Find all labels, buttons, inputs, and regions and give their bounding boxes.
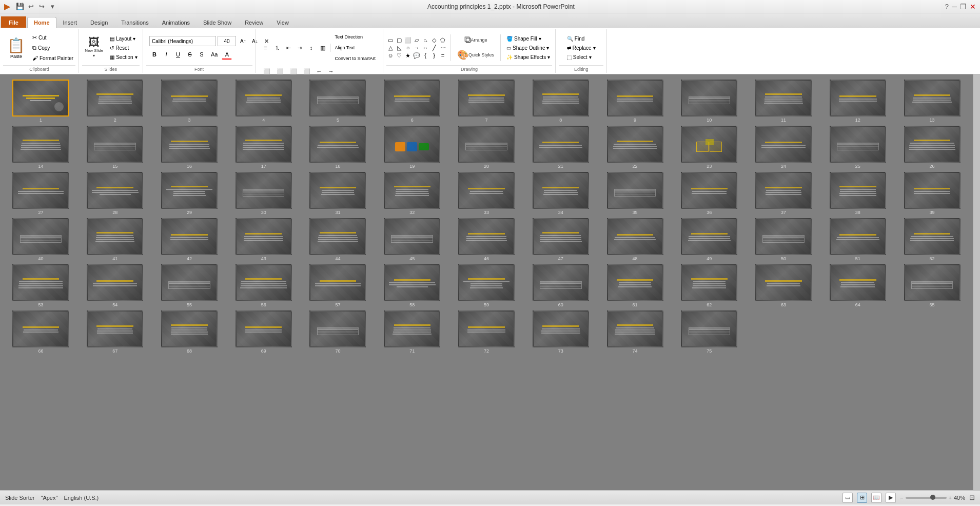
slide-thumb-27[interactable] — [12, 172, 69, 209]
shape-effects-button[interactable]: ✨ Shape Effects ▾ — [504, 53, 552, 61]
numbering-button[interactable]: ⒈ — [272, 43, 283, 53]
slide-thumb-23[interactable] — [681, 126, 737, 163]
slide-item[interactable]: 20 — [451, 126, 522, 169]
slide-thumb-31[interactable] — [309, 172, 366, 209]
slide-thumb-1[interactable] — [12, 80, 69, 116]
slide-item[interactable]: 35 — [599, 172, 671, 215]
slide-thumb-26[interactable] — [904, 126, 961, 163]
tab-insert[interactable]: Insert — [56, 16, 84, 28]
slide-thumb-8[interactable] — [533, 80, 589, 116]
find-button[interactable]: 🔍 Find — [565, 35, 586, 43]
slide-item[interactable]: 53 — [5, 264, 76, 307]
zoom-handle[interactable] — [930, 495, 935, 500]
shape-arrow[interactable]: → — [413, 44, 421, 51]
slide-thumb-44[interactable] — [309, 218, 366, 255]
tab-transitions[interactable]: Transitions — [114, 16, 155, 28]
slide-thumb-6[interactable] — [384, 80, 440, 116]
slide-item[interactable]: 57 — [302, 264, 374, 307]
slide-item[interactable]: 56 — [228, 264, 299, 307]
slide-item[interactable]: 15 — [80, 126, 151, 169]
slide-item[interactable]: 11 — [748, 80, 819, 123]
slide-item[interactable]: 52 — [896, 218, 968, 261]
slide-thumb-55[interactable] — [161, 264, 218, 301]
slide-thumb-39[interactable] — [904, 172, 961, 209]
slide-thumb-3[interactable] — [161, 80, 218, 116]
reset-button[interactable]: ↺ Reset — [108, 44, 139, 52]
slide-thumb-5[interactable] — [309, 80, 366, 116]
shape-more[interactable]: ⋯ — [439, 44, 447, 51]
shape-smiley[interactable]: ☺ — [386, 52, 395, 59]
slide-thumb-40[interactable] — [12, 218, 69, 255]
tab-home[interactable]: Home — [27, 17, 56, 28]
slide-item[interactable]: 1 — [5, 80, 76, 123]
slide-thumb-15[interactable] — [87, 126, 143, 163]
slide-thumb-24[interactable] — [755, 126, 812, 163]
slide-item[interactable]: 58 — [377, 264, 448, 307]
slide-item[interactable]: 70 — [302, 310, 374, 354]
shape-snip-rect[interactable]: ⬜ — [404, 36, 412, 44]
slide-item[interactable]: 24 — [748, 126, 819, 169]
shape-diamond[interactable]: ◇ — [430, 36, 438, 44]
undo-button[interactable]: ↩ — [26, 2, 35, 11]
slide-item[interactable]: 48 — [599, 218, 671, 261]
slide-item[interactable]: 4 — [228, 80, 299, 123]
slide-item[interactable]: 68 — [154, 310, 225, 354]
close-button[interactable]: ✕ — [970, 3, 976, 11]
slide-item[interactable]: 5 — [302, 80, 374, 123]
reading-view-button[interactable]: 📖 — [871, 493, 881, 503]
minimize-button[interactable]: ─ — [952, 3, 957, 11]
slide-item[interactable]: 37 — [748, 172, 819, 215]
arrange-button[interactable]: ⧉ Arrange — [455, 33, 497, 47]
slide-item[interactable]: 12 — [822, 80, 893, 123]
slide-item[interactable]: 21 — [525, 126, 596, 169]
slide-thumb-60[interactable] — [533, 264, 589, 301]
slide-thumb-74[interactable] — [607, 310, 663, 347]
slide-item[interactable]: 39 — [896, 172, 968, 215]
slide-item[interactable]: 22 — [599, 126, 671, 169]
slide-item[interactable]: 75 — [674, 310, 745, 354]
slide-item[interactable]: 30 — [228, 172, 299, 215]
slide-thumb-33[interactable] — [458, 172, 515, 209]
slide-thumb-21[interactable] — [533, 126, 589, 163]
select-button[interactable]: ⬚ Select ▾ — [565, 53, 594, 61]
redo-button[interactable]: ↪ — [37, 2, 46, 11]
slide-item[interactable]: 18 — [302, 126, 374, 169]
slide-thumb-19[interactable] — [384, 126, 440, 163]
slide-thumb-50[interactable] — [755, 218, 812, 255]
decrease-indent-button[interactable]: ⇤ — [284, 43, 294, 53]
slide-item[interactable]: 74 — [599, 310, 671, 354]
slide-thumb-28[interactable] — [87, 172, 143, 209]
slide-item[interactable]: 45 — [377, 218, 448, 261]
text-direction-button[interactable]: Text Direction — [332, 32, 374, 42]
slide-thumb-72[interactable] — [458, 310, 515, 347]
slide-thumb-2[interactable] — [87, 80, 143, 116]
scrollbar[interactable] — [973, 74, 980, 490]
slide-thumb-29[interactable] — [161, 172, 218, 209]
shape-rtriangle[interactable]: ◺ — [395, 44, 403, 51]
replace-button[interactable]: ⇄ Replace ▾ — [565, 44, 598, 52]
slide-thumb-65[interactable] — [904, 264, 961, 301]
slide-thumb-13[interactable] — [904, 80, 961, 116]
tab-review[interactable]: Review — [238, 16, 270, 28]
slide-item[interactable]: 46 — [451, 218, 522, 261]
slide-item[interactable]: 59 — [451, 264, 522, 307]
slide-item[interactable]: 44 — [302, 218, 374, 261]
slide-item[interactable]: 23 — [674, 126, 745, 169]
slide-item[interactable]: 50 — [748, 218, 819, 261]
slide-thumb-25[interactable] — [830, 126, 886, 163]
font-name-input[interactable] — [149, 36, 216, 46]
fit-button[interactable]: ⊡ — [969, 494, 975, 501]
slide-item[interactable]: 17 — [228, 126, 299, 169]
slide-item[interactable]: 36 — [674, 172, 745, 215]
slide-thumb-57[interactable] — [309, 264, 366, 301]
slide-thumb-48[interactable] — [607, 218, 663, 255]
slide-thumb-56[interactable] — [236, 264, 292, 301]
slide-item[interactable]: 9 — [599, 80, 671, 123]
slide-thumb-41[interactable] — [87, 218, 143, 255]
slide-item[interactable]: 29 — [154, 172, 225, 215]
slide-item[interactable]: 13 — [896, 80, 968, 123]
quick-styles-button[interactable]: 🎨 Quick Styles — [455, 48, 497, 63]
slide-thumb-52[interactable] — [904, 218, 961, 255]
slide-thumb-46[interactable] — [458, 218, 515, 255]
slide-item[interactable]: 31 — [302, 172, 374, 215]
